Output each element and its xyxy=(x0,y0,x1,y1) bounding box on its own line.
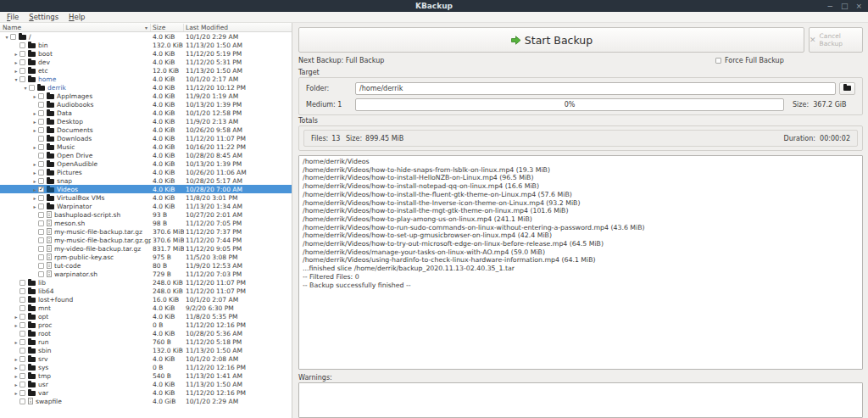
tree-row[interactable]: lib 248.0 KiB 11/12/20 11:07 PM xyxy=(0,278,292,287)
tree-row[interactable]: Pictures 4.0 KiB 10/26/20 11:06 AM xyxy=(0,168,292,176)
warnings-box[interactable] xyxy=(298,382,863,418)
row-checkbox[interactable] xyxy=(19,297,25,303)
row-checkbox[interactable] xyxy=(38,144,44,150)
expander-icon[interactable] xyxy=(31,195,38,201)
row-checkbox[interactable] xyxy=(38,187,44,192)
minimize-icon[interactable]: − xyxy=(826,3,833,10)
tree-row[interactable]: sbin 132.0 KiB 11/13/20 1:50 AM xyxy=(0,346,292,354)
row-checkbox[interactable] xyxy=(38,161,44,167)
tree-row[interactable]: Videos 4.0 KiB 10/28/20 7:00 AM xyxy=(0,185,292,193)
tree-row[interactable]: Audiobooks 4.0 KiB 10/13/20 1:39 PM xyxy=(0,100,292,109)
row-checkbox[interactable] xyxy=(38,170,44,176)
tree-row[interactable]: opt 4.0 KiB 11/8/20 5:35 PM xyxy=(0,312,292,320)
tree-row[interactable]: lib64 248.0 KiB 11/12/20 11:07 PM xyxy=(0,287,292,295)
tree-row[interactable]: Downloads 4.0 KiB 11/12/20 11:07 PM xyxy=(0,134,292,142)
tree-row[interactable]: Desktop 4.0 KiB 11/9/20 2:13 AM xyxy=(0,117,292,125)
row-checkbox[interactable] xyxy=(19,339,25,345)
row-checkbox[interactable] xyxy=(19,331,25,337)
column-header-name[interactable]: Name ▾ xyxy=(0,24,151,31)
row-checkbox[interactable] xyxy=(38,153,44,159)
row-checkbox[interactable] xyxy=(38,110,44,116)
expander-icon[interactable] xyxy=(31,119,38,125)
row-checkbox[interactable] xyxy=(19,42,25,48)
tree-row[interactable]: etc 12.0 KiB 11/13/20 1:50 AM xyxy=(0,66,292,75)
tree-row[interactable]: root 4.0 KiB 10/28/20 5:36 AM xyxy=(0,329,292,337)
tree-row[interactable]: srv 4.0 KiB 10/1/20 2:08 AM xyxy=(0,354,292,363)
cancel-backup-button[interactable]: ✕ Cancel Backup xyxy=(809,27,863,53)
row-checkbox[interactable] xyxy=(38,195,44,201)
tree-row[interactable]: warpinator.sh 729 B 11/12/20 7:03 PM xyxy=(0,270,292,278)
row-checkbox[interactable] xyxy=(19,382,25,387)
expander-icon[interactable] xyxy=(31,127,38,133)
expander-icon[interactable] xyxy=(13,76,19,82)
folder-input[interactable]: /home/derrik xyxy=(355,82,836,95)
tree-row[interactable]: usr 4.0 KiB 11/13/20 1:50 AM xyxy=(0,380,292,388)
row-checkbox[interactable] xyxy=(38,136,44,142)
column-header-size[interactable]: Size xyxy=(151,24,184,31)
row-checkbox[interactable] xyxy=(19,76,25,82)
row-checkbox[interactable] xyxy=(19,305,25,311)
row-checkbox[interactable] xyxy=(10,34,16,40)
tree-row[interactable]: my-music-file-backup.tar.gz.gpg 370.6 Mi… xyxy=(0,236,292,244)
menu-item[interactable]: Settings xyxy=(24,13,64,21)
tree-row[interactable]: bashupload-script.sh 93 B 10/27/20 2:01 … xyxy=(0,210,292,219)
row-checkbox[interactable] xyxy=(19,365,25,371)
tree-row[interactable]: Music 4.0 KiB 10/16/20 11:22 PM xyxy=(0,142,292,151)
tree-row[interactable]: VirtualBox VMs 4.0 KiB 11/8/20 3:01 PM xyxy=(0,193,292,202)
expander-icon[interactable] xyxy=(13,314,19,320)
tree-row[interactable]: snap 4.0 KiB 10/28/20 5:17 AM xyxy=(0,176,292,185)
tree-row[interactable]: Open Drive 4.0 KiB 10/28/20 8:45 AM xyxy=(0,151,292,159)
tree-row[interactable]: Documents 4.0 KiB 10/26/20 9:58 AM xyxy=(0,125,292,134)
row-checkbox[interactable] xyxy=(38,229,44,235)
tree-row[interactable]: bin 132.0 KiB 11/13/20 1:50 AM xyxy=(0,41,292,49)
row-checkbox[interactable] xyxy=(19,314,25,320)
row-checkbox[interactable] xyxy=(19,280,25,286)
close-icon[interactable]: × xyxy=(855,3,862,10)
row-checkbox[interactable] xyxy=(38,178,44,184)
tree-row[interactable]: dev 4.0 KiB 11/12/20 5:31 PM xyxy=(0,58,292,66)
force-full-backup-checkbox[interactable]: Force Full Backup xyxy=(715,57,784,64)
tree-row[interactable]: derrik 4.0 KiB 11/12/20 10:12 PM xyxy=(0,83,292,92)
row-checkbox[interactable] xyxy=(38,93,44,99)
menu-item[interactable]: File xyxy=(2,13,24,21)
row-checkbox[interactable] xyxy=(38,127,44,133)
backup-log[interactable]: /home/derrik/Videos/home/derrik/Videos/h… xyxy=(298,155,863,370)
tree-row[interactable]: mnt 4.0 KiB 9/2/20 6:30 PM xyxy=(0,304,292,312)
expander-icon[interactable] xyxy=(31,178,38,184)
tree-row[interactable]: AppImages 4.0 KiB 11/9/20 1:19 AM xyxy=(0,92,292,100)
row-checkbox[interactable] xyxy=(19,348,25,354)
tree-row[interactable]: proc 0 B 11/12/20 12:16 PM xyxy=(0,320,292,329)
row-checkbox[interactable] xyxy=(38,119,44,125)
expander-icon[interactable] xyxy=(13,390,19,396)
tree-row[interactable]: sys 0 B 11/12/20 12:16 PM xyxy=(0,363,292,371)
row-checkbox[interactable] xyxy=(38,212,44,218)
row-checkbox[interactable] xyxy=(19,59,25,65)
row-checkbox[interactable] xyxy=(38,254,44,260)
row-checkbox[interactable] xyxy=(38,246,44,252)
expander-icon[interactable] xyxy=(31,93,38,99)
row-checkbox[interactable] xyxy=(38,102,44,108)
start-backup-button[interactable]: Start Backup xyxy=(298,27,804,53)
expander-icon[interactable] xyxy=(13,51,19,57)
tree-row[interactable]: Data 4.0 KiB 10/1/20 12:58 PM xyxy=(0,109,292,117)
expander-icon[interactable] xyxy=(13,322,19,328)
row-checkbox[interactable] xyxy=(38,263,44,269)
tree-row[interactable]: my-music-file-backup.tar.gz 370.6 MiB 11… xyxy=(0,227,292,236)
row-checkbox[interactable] xyxy=(19,373,25,379)
tree-row[interactable]: swapfile 4.0 GiB 10/1/20 2:29 AM xyxy=(0,397,292,405)
column-header-last-modified[interactable]: Last Modified xyxy=(184,24,292,31)
expander-icon[interactable] xyxy=(31,110,38,116)
tree-row[interactable]: OpenAudible 4.0 KiB 10/13/20 1:39 PM xyxy=(0,159,292,168)
tree-row[interactable]: run 760 B 11/12/20 5:18 PM xyxy=(0,337,292,346)
tree-row[interactable]: tut-code 80 B 11/9/20 12:53 AM xyxy=(0,261,292,270)
expander-icon[interactable] xyxy=(31,144,38,150)
tree-row[interactable]: tmp 540 B 11/13/20 1:41 AM xyxy=(0,371,292,380)
tree-row[interactable]: boot 4.0 KiB 11/12/20 5:19 PM xyxy=(0,49,292,58)
browse-folder-button[interactable] xyxy=(839,82,855,95)
expander-icon[interactable] xyxy=(13,59,19,65)
tree-row[interactable]: var 4.0 KiB 11/12/20 12:16 PM xyxy=(0,388,292,397)
expander-icon[interactable] xyxy=(13,356,19,362)
row-checkbox[interactable] xyxy=(19,288,25,294)
row-checkbox[interactable] xyxy=(19,51,25,57)
expander-icon[interactable] xyxy=(31,203,38,209)
